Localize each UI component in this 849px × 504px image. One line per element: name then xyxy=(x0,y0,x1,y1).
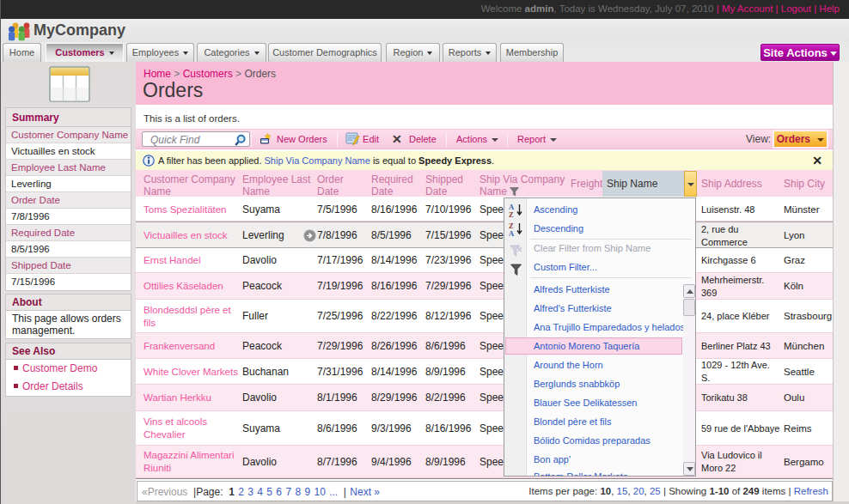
svg-text:Z: Z xyxy=(509,210,514,218)
svg-text:A: A xyxy=(509,229,515,237)
